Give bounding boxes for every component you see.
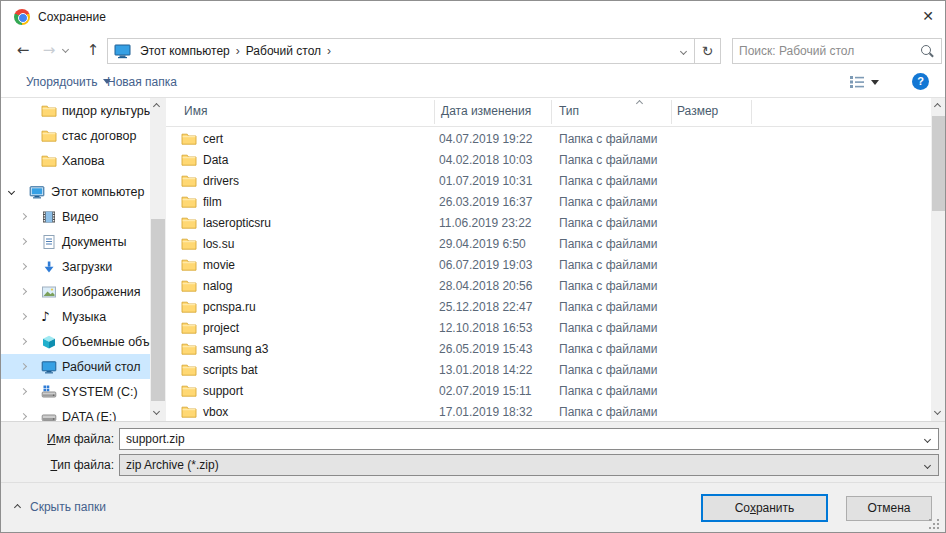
column-divider[interactable] bbox=[671, 100, 672, 124]
cube-icon bbox=[41, 334, 57, 350]
filename-input[interactable] bbox=[120, 432, 925, 446]
new-folder-button[interactable]: Новая папка bbox=[107, 75, 177, 89]
filename-dropdown-chevron-icon[interactable] bbox=[924, 435, 931, 442]
table-row[interactable]: film26.03.2019 16:37Папка с файлами bbox=[166, 192, 931, 213]
sidebar-item-пидор-культуры[interactable]: пидор культуры bbox=[1, 98, 150, 123]
column-header-size[interactable]: Размер bbox=[677, 104, 718, 118]
table-row[interactable]: vbox17.01.2019 18:32Папка с файлами bbox=[166, 402, 931, 421]
table-row[interactable]: cert04.07.2019 19:22Папка с файлами bbox=[166, 129, 931, 150]
filename-label-mnemonic: И bbox=[47, 432, 56, 446]
folder-icon bbox=[181, 131, 197, 147]
table-row[interactable]: nalog28.04.2018 20:56Папка с файлами bbox=[166, 276, 931, 297]
up-button[interactable]: ↑ bbox=[81, 37, 105, 63]
table-row[interactable]: drivers01.07.2019 10:31Папка с файлами bbox=[166, 171, 931, 192]
save-dialog-window: Сохранение ✕ ← → ↑ Этот компьютер›Рабочи… bbox=[0, 0, 946, 533]
search-icon[interactable] bbox=[919, 43, 935, 59]
close-button[interactable]: ✕ bbox=[909, 1, 946, 31]
table-row[interactable]: project12.10.2018 16:53Папка с файлами bbox=[166, 318, 931, 339]
list-scroll-down-icon[interactable] bbox=[934, 408, 941, 415]
cell-name: los.su bbox=[203, 237, 234, 251]
address-dropdown-chevron-icon[interactable] bbox=[680, 47, 687, 54]
hide-folders-button[interactable]: Скрыть папки bbox=[15, 500, 106, 514]
column-header-date[interactable]: Дата изменения bbox=[441, 104, 531, 118]
search-input[interactable] bbox=[733, 44, 919, 58]
sidebar-item-рабочий-стол[interactable]: Рабочий стол bbox=[1, 354, 150, 379]
forward-button[interactable]: → bbox=[37, 37, 61, 63]
chevron-right-icon[interactable] bbox=[20, 363, 27, 370]
filetype-dropdown[interactable]: zip Archive (*.zip) bbox=[119, 454, 939, 476]
sidebar-item-загрузки[interactable]: Загрузки bbox=[1, 254, 150, 279]
chevron-right-icon[interactable] bbox=[20, 313, 27, 320]
column-header-name[interactable]: Имя bbox=[184, 104, 207, 118]
sidebar-item-документы[interactable]: Документы bbox=[1, 229, 150, 254]
sidebar-item-музыка[interactable]: ♪Музыка bbox=[1, 304, 150, 329]
chevron-down-icon[interactable] bbox=[8, 188, 15, 195]
sidebar-item-стас-договор[interactable]: стас договор bbox=[1, 123, 150, 148]
sidebar-item-объемные-объекты[interactable]: Объемные объекты bbox=[1, 329, 150, 354]
list-scroll-up-icon[interactable] bbox=[934, 103, 941, 110]
filename-label-rest: мя файла: bbox=[56, 432, 114, 446]
resize-grip[interactable] bbox=[929, 519, 941, 531]
table-row[interactable]: scripts bat13.01.2018 14:22Папка с файла… bbox=[166, 360, 931, 381]
table-row[interactable]: los.su29.04.2019 6:50Папка с файлами bbox=[166, 234, 931, 255]
breadcrumb-separator-icon[interactable]: › bbox=[327, 44, 331, 58]
cancel-button[interactable]: Отмена bbox=[846, 496, 932, 521]
chevron-right-icon[interactable] bbox=[20, 388, 27, 395]
folder-icon bbox=[41, 128, 57, 144]
organize-button[interactable]: Упорядочить bbox=[26, 75, 111, 89]
cell-name: samsung a3 bbox=[203, 342, 268, 356]
refresh-button[interactable]: ↻ bbox=[695, 38, 721, 64]
sidebar-item-этот-компьютер[interactable]: Этот компьютер bbox=[1, 179, 150, 204]
sidebar-item-data-e-[interactable]: DATA (E:) bbox=[1, 404, 150, 421]
sidebar-item-label: SYSTEM (C:) bbox=[62, 385, 138, 399]
tree-scroll-up-icon[interactable] bbox=[153, 103, 160, 110]
view-mode-button[interactable] bbox=[849, 75, 879, 89]
chevron-right-icon[interactable] bbox=[20, 413, 27, 420]
sidebar-item-label: Документы bbox=[62, 235, 126, 249]
sidebar-item-label: Изображения bbox=[62, 285, 141, 299]
pictures-icon bbox=[41, 284, 57, 300]
chevron-right-icon[interactable] bbox=[20, 238, 27, 245]
file-rows: cert04.07.2019 19:22Папка с файламиData0… bbox=[166, 129, 931, 421]
save-button[interactable]: Сохранить bbox=[701, 494, 828, 522]
table-row[interactable]: samsung a326.05.2019 15:43Папка с файлам… bbox=[166, 339, 931, 360]
breadcrumb-item[interactable]: Этот компьютер bbox=[136, 44, 234, 58]
sidebar-item-хапова[interactable]: Хапова bbox=[1, 148, 150, 173]
chevron-right-icon[interactable] bbox=[20, 263, 27, 270]
sidebar-item-изображения[interactable]: Изображения bbox=[1, 279, 150, 304]
table-row[interactable]: Data04.02.2018 10:03Папка с файлами bbox=[166, 150, 931, 171]
tree-scrollbar-thumb[interactable] bbox=[151, 219, 165, 401]
folder-icon bbox=[181, 383, 197, 399]
help-button[interactable]: ? bbox=[912, 73, 929, 90]
view-mode-caret-icon bbox=[871, 80, 879, 85]
chevron-right-icon[interactable] bbox=[20, 288, 27, 295]
cell-type: Папка с файлами bbox=[559, 237, 658, 251]
cell-type: Папка с файлами bbox=[559, 279, 658, 293]
cell-name: Data bbox=[203, 153, 228, 167]
table-row[interactable]: laseropticsru11.06.2019 23:22Папка с фай… bbox=[166, 213, 931, 234]
column-header-type[interactable]: Тип bbox=[559, 104, 579, 118]
table-row[interactable]: support02.07.2019 15:11Папка с файлами bbox=[166, 381, 931, 402]
video-icon bbox=[41, 209, 57, 225]
table-row[interactable]: pcnspa.ru25.12.2018 22:47Папка с файлами bbox=[166, 297, 931, 318]
filetype-label: Тип файла: bbox=[1, 458, 114, 472]
cell-date: 26.05.2019 15:43 bbox=[439, 342, 532, 356]
sidebar-item-system-c-[interactable]: SYSTEM (C:) bbox=[1, 379, 150, 404]
sidebar-item-видео[interactable]: Видео bbox=[1, 204, 150, 229]
column-divider[interactable] bbox=[751, 100, 752, 124]
list-scrollbar-thumb[interactable] bbox=[932, 116, 946, 211]
back-button[interactable]: ← bbox=[11, 37, 35, 63]
table-row[interactable]: movie06.07.2019 19:03Папка с файлами bbox=[166, 255, 931, 276]
column-divider[interactable] bbox=[551, 100, 552, 124]
address-bar[interactable]: Этот компьютер›Рабочий стол› bbox=[107, 38, 695, 64]
tree-scroll-down-icon[interactable] bbox=[153, 408, 160, 415]
drive-system-icon bbox=[41, 384, 57, 400]
cell-name: cert bbox=[203, 132, 223, 146]
breadcrumb-separator-icon[interactable]: › bbox=[236, 44, 240, 58]
cell-date: 02.07.2019 15:11 bbox=[439, 384, 532, 398]
breadcrumb-item[interactable]: Рабочий стол bbox=[242, 44, 325, 58]
chevron-right-icon[interactable] bbox=[20, 338, 27, 345]
chevron-right-icon[interactable] bbox=[20, 213, 27, 220]
column-divider[interactable] bbox=[434, 100, 435, 124]
folder-icon bbox=[181, 257, 197, 273]
